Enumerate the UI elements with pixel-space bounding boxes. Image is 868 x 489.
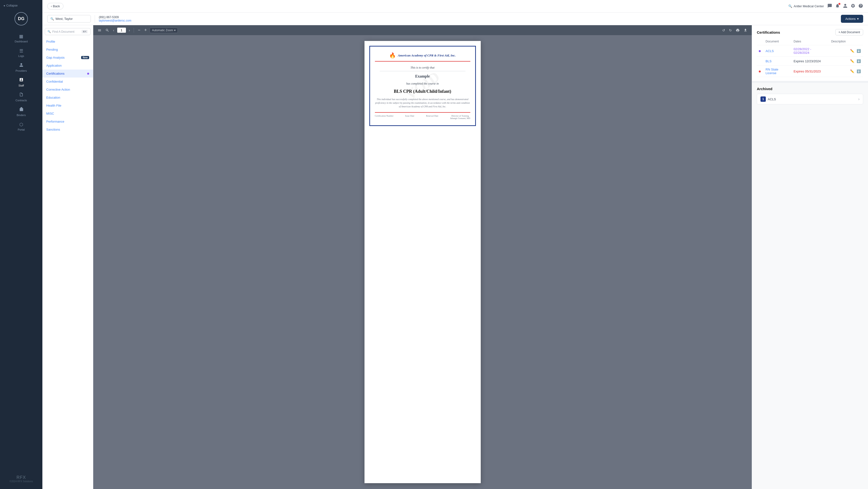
cert-flame-icon: 🔥 (389, 52, 396, 59)
doc-name-link[interactable]: RN State License (766, 67, 778, 75)
doc-viewer: ‹ 1 › − + Automatic Zoom ▾ ↺ ↻ (93, 25, 752, 489)
collapse-arrow-icon: ◂ (3, 4, 5, 7)
nav-item-misc[interactable]: MISC (42, 110, 93, 117)
back-chevron-icon: ‹ (51, 4, 52, 8)
download-btn[interactable] (743, 27, 748, 33)
zoom-in-btn[interactable]: + (144, 27, 148, 34)
messages-icon[interactable] (827, 3, 832, 9)
nav-item-corrective-action[interactable]: Corrective Action (42, 86, 93, 93)
rotate-left-btn[interactable]: ↺ (721, 27, 726, 33)
new-badge: New (81, 56, 89, 59)
left-nav: 🔍 Find A Document ⌘K Profile Pending Gap… (42, 25, 93, 489)
search-shortcut: ⌘K (82, 30, 88, 33)
chevron-right-icon: › (858, 97, 860, 101)
doc-dates: Expires 05/31/2023 (794, 69, 821, 73)
find-doc-search[interactable]: 🔍 Find A Document ⌘K (45, 28, 91, 35)
email-address: taylorwest@antlersc.com (99, 19, 131, 22)
desc-cell (829, 45, 848, 57)
zoom-select[interactable]: Automatic Zoom ▾ (150, 28, 178, 33)
dashboard-icon: ▦ (19, 34, 23, 39)
cert-director-label: Director of Training Jahangir Gomami, MD (450, 115, 470, 119)
sidebar-item-label: Portal (18, 128, 25, 131)
name-search[interactable]: 🔍 West, Taylor (47, 15, 91, 23)
download-row-button[interactable]: ⬇️ (856, 59, 861, 63)
phone-number: (891) 867-5309 (99, 16, 131, 19)
table-row: RN State License Expires 05/31/2023 ✏️ ⬇… (757, 66, 863, 77)
nav-item-application[interactable]: Application (42, 62, 93, 69)
sidebar-item-portal[interactable]: ⬡ Portal (2, 119, 40, 134)
doc-name-cell: BLS (764, 57, 792, 66)
nav-item-gap-analysis[interactable]: Gap Analysis New (42, 54, 93, 62)
prev-page-btn[interactable]: ‹ (112, 27, 115, 33)
nav-item-certifications[interactable]: Certifications (42, 69, 93, 78)
certifications-section: Certifications + Add Document Document D… (752, 25, 868, 83)
doc-dates: Expires 12/23/2024 (794, 59, 821, 63)
sidebar-item-binders[interactable]: Binders (2, 105, 40, 119)
edit-button[interactable]: ✏️ (849, 69, 855, 74)
status-dot (759, 70, 761, 73)
divider (95, 15, 95, 23)
contact-info: (891) 867-5309 taylorwest@antlersc.com (99, 16, 131, 22)
add-document-button[interactable]: + Add Document (835, 29, 863, 35)
zoom-search-btn[interactable] (104, 27, 110, 33)
help-icon[interactable] (858, 3, 863, 9)
collapse-button[interactable]: ◂ Collapse (0, 4, 18, 7)
archived-section: Archived 1 ACLS › (752, 83, 868, 108)
nav-item-profile[interactable]: Profile (42, 37, 93, 46)
nav-item-education[interactable]: Education (42, 93, 93, 102)
cert-number-label: Certification Number (375, 115, 394, 119)
edit-button[interactable]: ✏️ (849, 59, 855, 63)
dates-cell: 02/28/2022 - 02/28/2024 (792, 45, 829, 57)
nav-item-sanctions[interactable]: Sanctions (42, 125, 93, 134)
sidebar-copyright: ©2024 RFX Solutions (9, 480, 33, 483)
sidebar-item-logs[interactable]: ☰ Logs (2, 46, 40, 60)
user-icon[interactable] (843, 3, 848, 9)
sidebar-item-providers[interactable]: Providers (2, 60, 40, 75)
search-small-icon: 🔍 (51, 17, 54, 21)
table-row: ACLS 02/28/2022 - 02/28/2024 ✏️ ⬇️ (757, 45, 863, 57)
download-row-button[interactable]: ⬇️ (856, 69, 861, 74)
nav-item-performance[interactable]: Performance (42, 117, 93, 125)
archived-count: 1 (761, 96, 766, 102)
archived-item[interactable]: 1 ACLS › (757, 94, 863, 105)
notification-badge (838, 3, 840, 5)
rotate-right-btn[interactable]: ↻ (728, 27, 733, 33)
actions-button[interactable]: Actions ▾ (841, 15, 863, 23)
section-title: Certifications (757, 30, 780, 34)
sidebar-item-label: Logs (19, 55, 24, 57)
sidebar-toggle-btn[interactable] (97, 27, 102, 33)
nav-item-health-file[interactable]: Health File (42, 102, 93, 110)
org-search[interactable]: 🔍 Antler Medical Center (788, 4, 824, 8)
back-button[interactable]: ‹ Back (47, 3, 63, 9)
page-number-input[interactable]: 1 (117, 28, 126, 33)
print-btn[interactable] (735, 27, 741, 33)
edit-button[interactable]: ✏️ (849, 49, 855, 53)
sidebar-nav: ▦ Dashboard ☰ Logs Providers Staff Contr… (0, 31, 42, 134)
nav-item-confidential[interactable]: Confidential (42, 78, 93, 86)
collapse-label: Collapse (6, 4, 18, 7)
cert-issue-label: Issue Date (405, 115, 414, 119)
sidebar-footer: RFX ©2024 RFX Solutions (7, 472, 35, 485)
sidebar: ◂ Collapse DG ▦ Dashboard ☰ Logs Provide… (0, 0, 42, 489)
next-page-btn[interactable]: › (128, 27, 131, 33)
certifications-table: Document Dates Description ACLS 02/28/20… (757, 39, 863, 77)
cert-name: Example (375, 73, 470, 80)
sub-header-left: 🔍 West, Taylor (891) 867-5309 taylorwest… (47, 15, 131, 23)
doc-name-link[interactable]: BLS (766, 59, 772, 63)
nav-item-pending[interactable]: Pending (42, 46, 93, 54)
portal-icon: ⬡ (20, 122, 23, 127)
doc-name-link[interactable]: ACLS (766, 49, 774, 53)
cert-wrapper: 🔥 American Academy of CPR & First Aid, I… (369, 46, 476, 126)
header-icons (827, 3, 863, 9)
sidebar-item-label: Contracts (16, 99, 27, 102)
sub-header: 🔍 West, Taylor (891) 867-5309 taylorwest… (42, 12, 868, 25)
sidebar-item-staff[interactable]: Staff (2, 75, 40, 89)
sidebar-item-contracts[interactable]: Contracts (2, 90, 40, 104)
zoom-out-btn[interactable]: − (137, 27, 142, 34)
settings-icon[interactable] (850, 3, 856, 9)
actions-chevron-icon: ▾ (857, 17, 859, 21)
download-row-button[interactable]: ⬇️ (856, 49, 861, 53)
sidebar-item-dashboard[interactable]: ▦ Dashboard (2, 31, 40, 45)
cert-body: This is to certify that Example has comp… (375, 65, 470, 108)
notifications-icon[interactable] (835, 3, 840, 9)
